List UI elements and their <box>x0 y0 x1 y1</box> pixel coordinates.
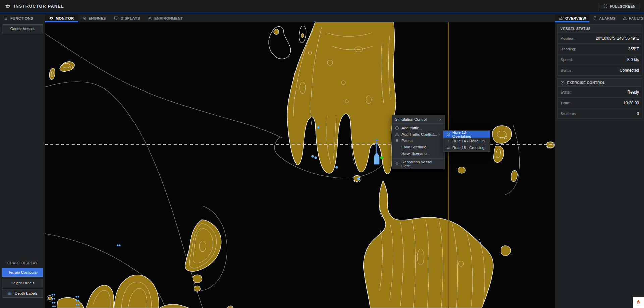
menu-separator <box>392 158 445 159</box>
islet <box>194 286 200 291</box>
tab-environment[interactable]: ENVIRONMENT <box>144 14 187 22</box>
tab-alarms[interactable]: ALARMS <box>589 14 619 22</box>
menu-item-load-scenario[interactable]: Load Scenario... <box>392 144 445 150</box>
simulation-control-menu: Simulation Control × Add traffic... Add … <box>392 115 445 169</box>
status-row-status: Status: Connected <box>557 65 642 75</box>
app-title: INSTRUCTOR PANEL <box>14 4 64 9</box>
top-bar: INSTRUCTOR PANEL FULLSCREEN <box>0 0 644 13</box>
vessel-status-header: VESSEL STATUS <box>557 25 642 33</box>
instructor-panel-app: INSTRUCTOR PANEL FULLSCREEN FUNCTIONS MO… <box>0 0 644 308</box>
pin-icon <box>395 162 399 166</box>
sliders-icon <box>559 16 563 20</box>
nautical-chart-svg <box>45 22 555 308</box>
fullscreen-brackets-icon <box>603 4 607 8</box>
exercise-row-state: State: Ready <box>557 87 642 97</box>
swap-arrows-icon: ⇄ <box>446 146 450 150</box>
traffic-marker[interactable] <box>357 178 360 180</box>
plus-circle-icon <box>395 126 399 130</box>
menu-title: Simulation Control <box>395 117 427 121</box>
menu-item-reposition-vessel[interactable]: Reposition Vessel Here... <box>392 160 445 168</box>
chart-display-section: CHART DISPLAY Terrain Contours Height La… <box>0 261 45 298</box>
close-icon[interactable]: × <box>439 117 442 122</box>
submenu-item-rule-13-overtaking[interactable]: Rule 13 - Overtaking <box>443 131 490 138</box>
tab-label: ALARMS <box>599 16 615 20</box>
islet <box>501 246 511 256</box>
sun-icon <box>148 16 152 20</box>
menu-item-pause[interactable]: Pause <box>392 137 445 144</box>
center-vessel-button[interactable]: Center Vessel <box>2 24 43 33</box>
submenu-item-rule-15-crossing[interactable]: ⇄ Rule 15 - Crossing <box>443 144 490 151</box>
tab-label: MONITOR <box>56 16 74 20</box>
play-circle-icon <box>560 81 565 85</box>
vessel-status-card: VESSEL STATUS Position: 20°10'03"S 148°5… <box>557 24 642 76</box>
islet <box>458 167 465 173</box>
flame-icon <box>635 298 642 306</box>
warning-icon <box>395 132 399 136</box>
exercise-row-time: Time: 19:20:00 <box>557 97 642 108</box>
display-icon <box>114 16 119 20</box>
traffic-marker[interactable] <box>315 157 317 159</box>
tab-monitor[interactable]: MONITOR <box>45 14 78 22</box>
main-tabs: MONITOR ENGINES DISPLAYS ENVIRONMENT <box>45 14 555 22</box>
bell-icon <box>593 16 597 20</box>
exercise-control-card: EXERCISE CONTROL State: Ready Time: 19:2… <box>557 78 642 119</box>
menu-item-add-traffic-conflict[interactable]: Add Traffic Conflict... › <box>392 131 445 137</box>
chart-map[interactable] <box>45 22 555 308</box>
instructor-cap-icon <box>5 4 11 9</box>
chevron-right-icon: › <box>438 132 440 137</box>
traffic-marker[interactable] <box>317 126 320 129</box>
right-tabs: OVERVIEW ALARMS FAULTS <box>555 14 644 22</box>
tab-label: DISPLAYS <box>121 16 140 20</box>
menu-item-add-traffic[interactable]: Add traffic... <box>392 125 445 131</box>
traffic-marker[interactable] <box>336 166 338 169</box>
framework-flame-badge <box>633 297 644 308</box>
status-row-heading: Heading: 355°T <box>557 43 642 54</box>
menu-item-save-scenario[interactable]: Save Scenario... <box>392 150 445 157</box>
left-sidebar: Center Vessel CHART DISPLAY Terrain Cont… <box>0 22 45 308</box>
submenu-item-rule-14-head-on[interactable]: ↑ Rule 14 - Head On <box>443 138 490 144</box>
island <box>547 142 554 148</box>
own-vessel-marker[interactable] <box>374 153 379 164</box>
tab-row: FUNCTIONS MONITOR ENGINES DISPLAYS <box>0 14 644 22</box>
eye-icon <box>49 16 54 20</box>
warning-icon <box>623 16 627 20</box>
exercise-control-header: EXERCISE CONTROL <box>557 79 642 87</box>
menu-title-bar: Simulation Control × <box>392 115 445 124</box>
brand: INSTRUCTOR PANEL <box>5 4 64 9</box>
depth-labels-button[interactable]: Depth Labels <box>2 289 43 298</box>
islet <box>193 275 202 283</box>
height-labels-button[interactable]: Height Labels <box>2 279 43 287</box>
terrain-contours-button[interactable]: Terrain Contours <box>2 268 43 277</box>
fullscreen-button[interactable]: FULLSCREEN <box>600 3 639 10</box>
exercise-row-students: Students: 0 <box>557 108 642 119</box>
list-icon <box>3 16 8 20</box>
functions-header: FUNCTIONS <box>0 14 45 22</box>
traffic-conflict-submenu: Rule 13 - Overtaking ↑ Rule 14 - Head On… <box>443 130 490 152</box>
tab-displays[interactable]: DISPLAYS <box>110 14 144 22</box>
tab-label: ENGINES <box>89 16 106 20</box>
island <box>492 126 512 143</box>
chart-display-header: CHART DISPLAY <box>0 261 45 265</box>
arrow-up-icon: ↑ <box>446 139 450 143</box>
tab-label: OVERVIEW <box>565 16 586 20</box>
tab-engines[interactable]: ENGINES <box>78 14 110 22</box>
islet <box>48 297 52 300</box>
tab-label: ENVIRONMENT <box>154 16 183 20</box>
arrow-up-circle-icon <box>446 132 450 136</box>
pause-icon <box>395 139 399 142</box>
traffic-marker[interactable] <box>312 155 314 158</box>
tab-faults[interactable]: FAULTS <box>619 14 644 22</box>
gear-icon <box>82 16 87 20</box>
waves-icon <box>7 291 12 295</box>
selected-position-marker[interactable] <box>380 156 383 159</box>
tab-overview[interactable]: OVERVIEW <box>555 14 589 22</box>
right-panel: VESSEL STATUS Position: 20°10'03"S 148°5… <box>555 22 644 308</box>
status-row-speed: Speed: 8.0 kts <box>557 54 642 65</box>
tab-label: FAULTS <box>629 16 644 20</box>
status-row-position: Position: 20°10'03"S 148°56'49"E <box>557 33 642 43</box>
